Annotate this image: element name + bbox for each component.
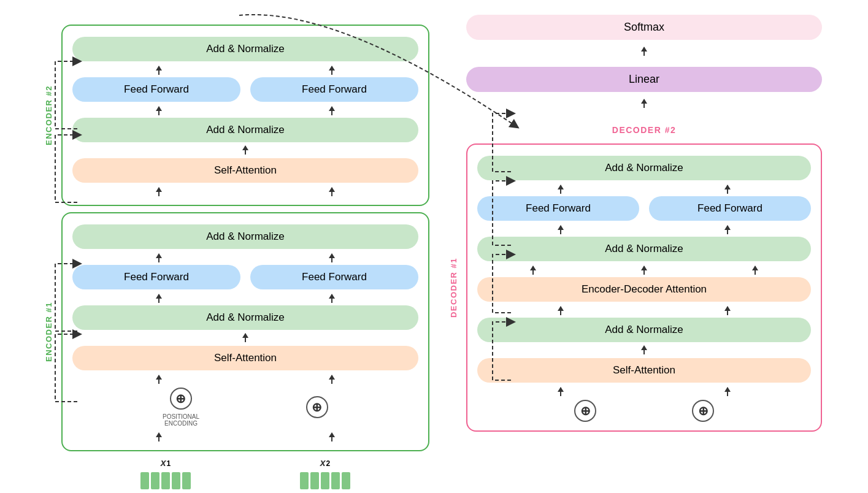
word-group-thinking: x 1 Thinking (140, 457, 191, 493)
dec1-pos-enc-circle-right: ⊕ (692, 400, 714, 422)
dec1-arrow-mid-right (727, 226, 728, 234)
dec1-enc-dec-attn-row: Encoder-Decoder Attention (477, 277, 811, 302)
word-arrows (72, 430, 418, 441)
enc1-arrow-mid-left (158, 294, 159, 303)
enc2-arrows-ff-up (72, 64, 418, 75)
dec1-enc-arrow-right (755, 266, 756, 275)
bar5 (182, 472, 191, 489)
word-arrow-left (158, 433, 159, 441)
enc2-mid-addnorm-row: Add & Normalize (72, 118, 418, 142)
arrow-dec2-stem (643, 99, 645, 108)
dec1-bot-arrow-right (727, 388, 728, 396)
dec1-top-add-normalize: Add & Normalize (477, 156, 811, 180)
decoders-section: Softmax Linear DECODER #2 DECODER #1 Add… (466, 12, 822, 432)
dec1-arrow-left (560, 185, 561, 194)
bar4 (172, 472, 180, 489)
enc2-ff-right: Feed Forward (250, 77, 418, 102)
enc2-top-add-normalize: Add & Normalize (72, 37, 418, 61)
decoder1-label: DECODER #1 (449, 258, 458, 318)
bar7 (310, 472, 319, 489)
dec1-top-addnorm-row: Add & Normalize (477, 156, 811, 180)
enc1-arrow-right (331, 254, 332, 262)
enc1-arrows-ff-up (72, 251, 418, 262)
decoder1-outer-block: DECODER #1 Add & Normalize Feed Forward … (466, 143, 822, 432)
encoder-wrapper: ENCODER #2 Add & Normalize Feed Forward … (61, 25, 429, 493)
dec1-self-attention: Self-Attention (477, 358, 811, 383)
enc2-self-attention: Self-Attention (72, 158, 418, 183)
dec1-ff-row: Feed Forward Feed Forward (477, 196, 811, 221)
dec1-arrows-mid (477, 223, 811, 234)
arrow-linear-stem (643, 47, 645, 56)
enc1-arrow-mid-right (331, 294, 332, 303)
dec1-arrow-self-single (643, 346, 645, 354)
enc1-mid-add-normalize: Add & Normalize (72, 305, 418, 330)
dec1-pos-enc-circle-left: ⊕ (574, 400, 596, 422)
word-group-machines: x 2 Machines (300, 457, 350, 493)
pos-enc-circle-right: ⊕ (306, 396, 328, 418)
bar10 (342, 472, 350, 489)
enc1-top-addnorm-row: Add & Normalize (72, 224, 418, 249)
enc1-mid-addnorm-row: Add & Normalize (72, 305, 418, 330)
dec1-pos-enc-row: ⊕ ⊕ (477, 400, 811, 422)
enc2-ff-row: Feed Forward Feed Forward (72, 77, 418, 102)
bar1 (140, 472, 149, 489)
enc1-bot-arrow-left (158, 375, 159, 384)
enc2-arrow-mid-left (158, 107, 159, 115)
bar2 (151, 472, 159, 489)
dec1-enc-arrow-left (532, 266, 534, 275)
pos-enc-label: POSITIONALENCODING (163, 413, 199, 427)
dec1-mid-addnorm-row: Add & Normalize (477, 237, 811, 261)
enc2-arrow-right (331, 66, 332, 75)
word-bars-machines (300, 472, 350, 489)
bar3 (161, 472, 170, 489)
word-row: x 1 Thinking x 2 (61, 457, 429, 493)
decoder2-label: DECODER #2 (466, 123, 822, 137)
enc1-arrows-mid (72, 292, 418, 303)
enc2-arrow-mid-right (331, 107, 332, 115)
softmax-layer: Softmax (466, 15, 822, 40)
dec1-arrows-ff-up (477, 183, 811, 194)
enc2-arrows-mid (72, 104, 418, 115)
encoder2-block: ENCODER #2 Add & Normalize Feed Forward … (61, 25, 429, 206)
dec1-arrow-mid-left (560, 226, 561, 234)
enc2-arrow-single (245, 146, 246, 155)
x1-label: x (161, 457, 166, 468)
enc1-ff-left: Feed Forward (72, 265, 240, 289)
dec1-arrow-right (727, 185, 728, 194)
enc1-bot-arrow-right (331, 375, 332, 384)
enc2-mid-add-normalize: Add & Normalize (72, 118, 418, 142)
encoders-section: ENCODER #2 Add & Normalize Feed Forward … (12, 25, 429, 493)
dec1-bot-addnorm-row: Add & Normalize (477, 318, 811, 342)
bar8 (321, 472, 329, 489)
bar6 (300, 472, 309, 489)
output-layers: Softmax Linear (466, 12, 822, 112)
enc1-ff-right: Feed Forward (250, 265, 418, 289)
softmax-row: Softmax (466, 15, 822, 40)
bar9 (331, 472, 340, 489)
dec1-arrow-below-right (727, 307, 728, 315)
dec1-self-attn-row: Self-Attention (477, 358, 811, 383)
enc1-bottom-arrows (72, 373, 418, 384)
dec1-enc-arrow-mid (643, 266, 645, 275)
dec1-arrow-below-left (560, 307, 561, 315)
diagram-container: ENCODER #2 Add & Normalize Feed Forward … (0, 0, 868, 493)
arrow-linear-up (466, 47, 822, 59)
word-bars-thinking (140, 472, 191, 489)
enc2-top-addnorm-row: Add & Normalize (72, 37, 418, 61)
enc1-top-add-normalize: Add & Normalize (72, 224, 418, 249)
word-arrow-right (331, 433, 332, 441)
dec1-arrows-below-enc-dec (477, 304, 811, 315)
dec1-bot-arrow-left (560, 388, 561, 396)
dec1-bottom-arrows (477, 385, 811, 396)
linear-layer: Linear (466, 67, 822, 92)
dec1-ff-right: Feed Forward (649, 196, 811, 221)
dec1-ff-left: Feed Forward (477, 196, 639, 221)
enc2-bottom-arrows (72, 185, 418, 196)
enc1-self-attention: Self-Attention (72, 346, 418, 370)
pos-enc-circle-left: ⊕ (170, 388, 192, 410)
enc2-ff-left: Feed Forward (72, 77, 240, 102)
enc1-arrow-single (245, 334, 246, 342)
encoder1-label: ENCODER #1 (44, 302, 53, 362)
encoder2-label: ENCODER #2 (44, 85, 53, 145)
enc1-arrow-left (158, 254, 159, 262)
